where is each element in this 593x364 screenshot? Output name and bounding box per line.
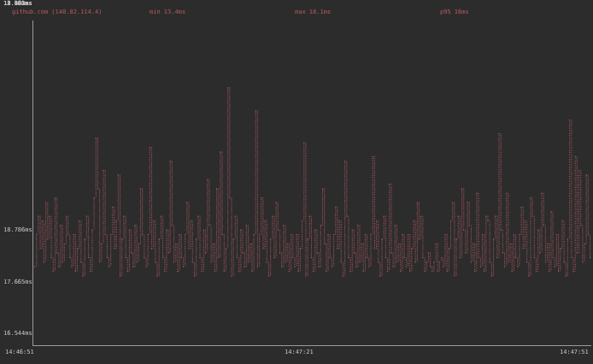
terminal-screen: github.com (140.82.114.4) min 13.4ms max… <box>0 0 593 364</box>
y-axis-tick-label: 18.786ms <box>3 226 34 233</box>
x-axis-tick-label-mid: 14:47:21 <box>285 349 314 355</box>
stat-min: min 13.4ms <box>150 8 185 16</box>
y-axis-tick-label: 16.544ms <box>3 330 34 337</box>
stat-p95: p95 16ms <box>440 8 469 16</box>
latency-chart-canvas <box>0 0 593 364</box>
x-axis-line <box>32 345 591 346</box>
y-axis-line <box>32 21 33 346</box>
x-axis-tick-label-end: 14:47:51 <box>560 349 589 355</box>
y-axis-tick-label: 17.665ms <box>3 279 34 285</box>
y-axis-tick-label: 12.06ms <box>3 0 34 7</box>
stat-max: max 18.1ms <box>295 8 331 16</box>
chart-title-host: github.com (140.82.114.4) <box>12 8 102 16</box>
x-axis-tick-label-start: 14:46:51 <box>5 349 34 355</box>
